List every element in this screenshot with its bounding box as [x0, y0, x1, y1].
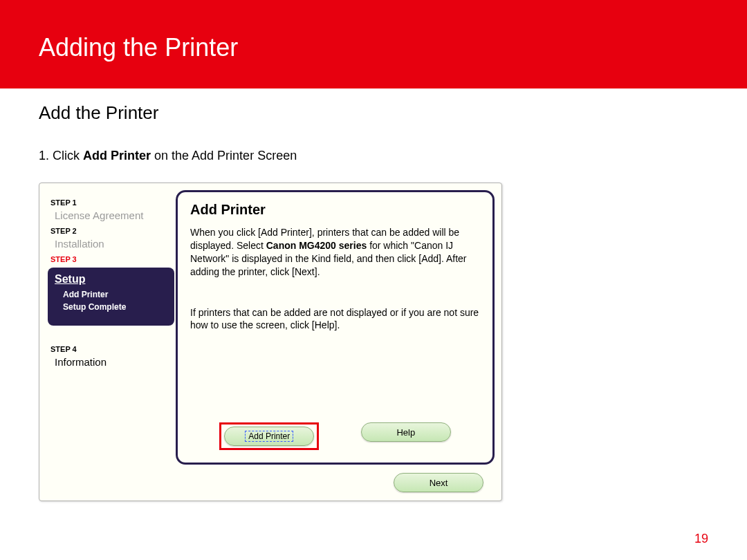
instruction-bold: Add Printer [83, 149, 151, 162]
step3-block: Setup Add Printer Setup Complete [48, 268, 174, 326]
step2-label: STEP 2 [50, 227, 165, 235]
add-printer-highlight: Add Printer [219, 422, 319, 450]
next-button[interactable]: Next [394, 473, 483, 492]
panel-text-1: When you click [Add Printer], printers t… [190, 226, 480, 279]
main-panel: Add Printer When you click [Add Printer]… [176, 190, 495, 465]
next-row: Next [44, 467, 497, 492]
step3-sub-setup-complete: Setup Complete [55, 301, 167, 313]
instruction-line: 1. Click Add Printer on the Add Printer … [39, 149, 708, 163]
add-printer-button[interactable]: Add Printer [224, 427, 314, 446]
step4-label: STEP 4 [50, 345, 165, 353]
panel-text-1-bold: Canon MG4200 series [266, 240, 367, 251]
help-button[interactable]: Help [361, 422, 451, 442]
step1-label: STEP 1 [50, 198, 165, 207]
content-area: Add the Printer 1. Click Add Printer on … [0, 88, 747, 501]
page-title: Adding the Printer [39, 33, 238, 62]
step1-title: License Agreement [50, 209, 165, 221]
step3-sub-add-printer: Add Printer [55, 288, 167, 301]
section-heading: Add the Printer [39, 102, 708, 124]
instruction-suffix: on the Add Printer Screen [151, 149, 297, 162]
header-band: Adding the Printer [0, 0, 747, 88]
installer-screenshot: STEP 1 License Agreement STEP 2 Installa… [39, 183, 502, 501]
panel-buttons-row: Add Printer Help [199, 422, 472, 450]
document-page: Adding the Printer Add the Printer 1. Cl… [0, 0, 747, 560]
instruction-prefix: 1. Click [39, 149, 83, 162]
panel-title: Add Printer [190, 202, 480, 218]
step4-title: Information [50, 356, 165, 368]
add-printer-label: Add Printer [245, 431, 293, 442]
page-number: 19 [694, 532, 708, 546]
step2-title: Installation [50, 238, 165, 250]
installer-body: STEP 1 License Agreement STEP 2 Installa… [44, 187, 497, 467]
step-sidebar: STEP 1 License Agreement STEP 2 Installa… [44, 187, 172, 467]
step3-title: Setup [55, 273, 167, 286]
panel-text-2: If printers that can be added are not di… [190, 306, 480, 333]
step3-label: STEP 3 [50, 255, 165, 263]
